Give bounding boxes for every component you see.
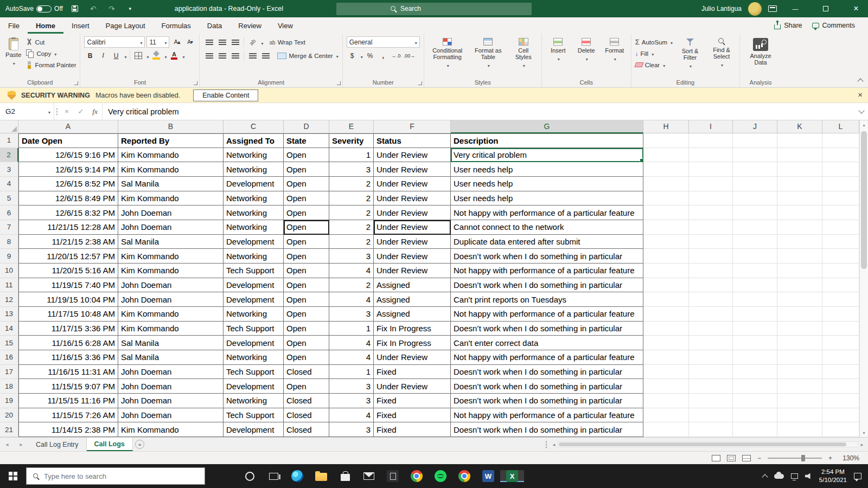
cell-E14[interactable]: 1 — [329, 322, 374, 336]
bold-button[interactable] — [84, 50, 95, 61]
autosave-toggle[interactable]: AutoSave Off — [5, 5, 63, 12]
chrome-2-button[interactable] — [452, 470, 476, 482]
scroll-left-icon[interactable] — [550, 442, 558, 447]
cell-D17[interactable]: Closed — [284, 365, 329, 380]
cell-G11[interactable]: Doesn’t work when I do something in part… — [451, 278, 643, 293]
cell-C11[interactable]: Development — [224, 278, 284, 293]
cell-A20[interactable]: 11/15/15 7:26 AM — [18, 408, 118, 423]
cell-E1[interactable]: Severity — [329, 133, 374, 148]
previous-sheet-icon[interactable] — [0, 438, 14, 451]
cell-D5[interactable]: Open — [284, 191, 329, 206]
decrease-font-size-button[interactable] — [184, 36, 195, 48]
cell-C15[interactable]: Development — [224, 336, 284, 350]
security-bar-close-icon[interactable] — [858, 90, 863, 99]
cell-K15[interactable] — [777, 336, 822, 350]
cell-D6[interactable]: Open — [284, 206, 329, 220]
undo-button[interactable] — [87, 2, 100, 15]
cell-I21[interactable] — [689, 422, 733, 437]
cell-D12[interactable]: Open — [284, 292, 329, 307]
cell-J2[interactable] — [733, 148, 777, 163]
cell-B1[interactable]: Reported By — [118, 133, 224, 148]
row-header-9[interactable]: 9 — [0, 249, 18, 264]
comma-style-button[interactable] — [378, 50, 389, 61]
cell-C9[interactable]: Networking — [224, 249, 284, 264]
cell-K3[interactable] — [777, 162, 822, 177]
column-header-G[interactable]: G — [451, 120, 643, 133]
cell-E16[interactable]: 4 — [329, 350, 374, 365]
cell-D21[interactable]: Closed — [284, 422, 329, 437]
cell-A16[interactable]: 11/16/15 3:36 PM — [18, 350, 118, 365]
column-header-K[interactable]: K — [777, 120, 822, 133]
cell-H5[interactable] — [643, 191, 689, 206]
cell-E17[interactable]: 1 — [329, 365, 374, 380]
cell-K1[interactable] — [777, 133, 822, 148]
cell-J10[interactable] — [733, 264, 777, 278]
copy-button[interactable]: Copy — [26, 48, 76, 59]
expand-formula-bar-icon[interactable] — [855, 103, 868, 120]
column-header-B[interactable]: B — [118, 120, 224, 133]
borders-dropdown-icon[interactable] — [146, 51, 149, 61]
underline-button[interactable] — [110, 50, 122, 61]
cell-J12[interactable] — [733, 292, 777, 307]
titlebar-search-box[interactable]: Search — [336, 3, 532, 15]
clear-button[interactable]: Clear — [635, 59, 673, 70]
cell-B21[interactable]: Kim Kommando — [118, 422, 224, 437]
enter-button[interactable] — [74, 103, 88, 120]
zoom-in-button[interactable] — [828, 454, 832, 462]
delete-cells-button[interactable]: Delete — [574, 36, 599, 79]
cell-H11[interactable] — [643, 278, 689, 293]
insert-cells-button[interactable]: Insert — [546, 36, 571, 79]
cell-L6[interactable] — [822, 206, 859, 220]
cell-J19[interactable] — [733, 394, 777, 408]
start-button[interactable] — [0, 464, 26, 488]
cell-J8[interactable] — [733, 235, 777, 249]
cell-K21[interactable] — [777, 422, 822, 437]
fill-color-dropdown-icon[interactable] — [164, 51, 167, 61]
cell-E3[interactable]: 3 — [329, 162, 374, 177]
cell-B20[interactable]: John Doeman — [118, 408, 224, 423]
align-right-button[interactable] — [229, 50, 241, 61]
increase-font-size-button[interactable] — [171, 36, 182, 48]
scroll-down-icon[interactable] — [860, 428, 868, 437]
row-header-18[interactable]: 18 — [0, 379, 18, 394]
zoom-slider-thumb[interactable] — [801, 455, 805, 461]
column-header-C[interactable]: C — [224, 120, 284, 133]
cell-F6[interactable]: Under Review — [374, 206, 451, 220]
italic-button[interactable] — [97, 50, 108, 61]
cell-J21[interactable] — [733, 422, 777, 437]
row-header-13[interactable]: 13 — [0, 307, 18, 322]
cell-A18[interactable]: 11/15/15 9:07 PM — [18, 379, 118, 394]
close-button[interactable] — [844, 0, 868, 17]
cell-J13[interactable] — [733, 307, 777, 322]
cell-I9[interactable] — [689, 249, 733, 264]
tab-review[interactable]: Review — [230, 17, 270, 34]
cell-C21[interactable]: Development — [224, 422, 284, 437]
cell-D9[interactable]: Open — [284, 249, 329, 264]
font-dialog-launcher[interactable] — [194, 81, 197, 85]
cell-C2[interactable]: Networking — [224, 148, 284, 163]
cell-I11[interactable] — [689, 278, 733, 293]
cell-H3[interactable] — [643, 162, 689, 177]
cell-L9[interactable] — [822, 249, 859, 264]
cell-I13[interactable] — [689, 307, 733, 322]
enable-content-button[interactable]: Enable Content — [193, 89, 258, 101]
ribbon-display-options-icon[interactable] — [768, 5, 777, 12]
percent-style-button[interactable] — [365, 50, 376, 61]
cell-E7[interactable]: 2 — [329, 220, 374, 235]
cell-B11[interactable]: John Doeman — [118, 278, 224, 293]
analyze-data-button[interactable]: Analyze Data — [744, 36, 777, 79]
tab-file[interactable]: File — [0, 17, 28, 34]
cell-I8[interactable] — [689, 235, 733, 249]
cell-G12[interactable]: Can't print reports on Tuesdays — [451, 292, 643, 307]
row-header-5[interactable]: 5 — [0, 191, 18, 206]
task-view-button[interactable] — [261, 470, 285, 482]
cell-A4[interactable]: 12/6/15 8:52 PM — [18, 177, 118, 191]
cell-B17[interactable]: John Doeman — [118, 365, 224, 380]
cell-I19[interactable] — [689, 394, 733, 408]
cell-A9[interactable]: 11/20/15 12:57 PM — [18, 249, 118, 264]
cell-L7[interactable] — [822, 220, 859, 235]
cell-A14[interactable]: 11/17/15 3:36 PM — [18, 322, 118, 336]
save-button[interactable] — [68, 2, 81, 15]
cell-J7[interactable] — [733, 220, 777, 235]
cell-B4[interactable]: Sal Manila — [118, 177, 224, 191]
